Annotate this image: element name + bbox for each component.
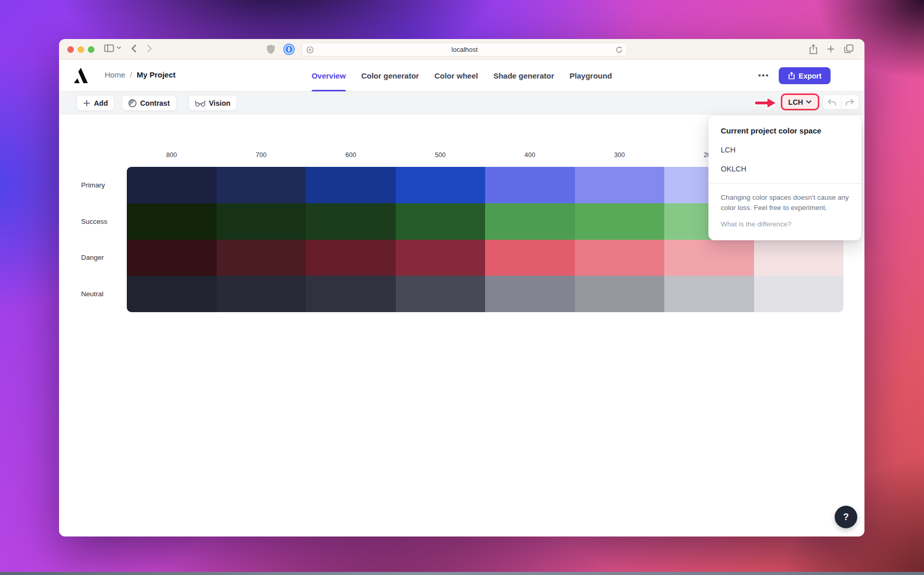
palette-cell-danger-200[interactable] [664, 240, 754, 276]
palette-cell-success-400[interactable] [485, 203, 575, 240]
contrast-label: Contrast [140, 99, 170, 107]
privacy-shield-icon[interactable] [267, 45, 275, 54]
tab-overview[interactable]: Overview [312, 60, 346, 91]
palette-cell-neutral-200[interactable] [664, 276, 754, 312]
palette-cell-success-700[interactable] [217, 203, 306, 240]
chevron-down-icon [806, 100, 812, 104]
undo-button[interactable] [823, 95, 841, 109]
row-label-danger: Danger [81, 240, 107, 276]
export-button[interactable]: Export [779, 67, 831, 84]
palette-cell-neutral-800[interactable] [127, 276, 217, 312]
dropdown-options: LCHOKLCH [721, 146, 849, 173]
back-button-icon[interactable] [131, 44, 137, 53]
reload-icon[interactable] [615, 46, 623, 53]
palette-cell-danger-800[interactable] [127, 240, 217, 276]
vision-button[interactable]: Vision [188, 95, 237, 111]
zoom-window-button[interactable] [88, 46, 94, 53]
palette-cell-neutral-100[interactable] [754, 276, 844, 312]
browser-chrome: localhost [59, 39, 864, 60]
palette-cell-danger-400[interactable] [485, 240, 575, 276]
palette-cell-primary-300[interactable] [575, 167, 665, 203]
palette-cell-primary-600[interactable] [306, 167, 396, 203]
column-header-700: 700 [217, 151, 306, 159]
palette-cell-success-500[interactable] [396, 203, 486, 240]
palette-cell-neutral-400[interactable] [485, 276, 575, 312]
palette-cell-primary-700[interactable] [217, 167, 306, 203]
color-space-value: LCH [788, 98, 803, 106]
tab-color-generator[interactable]: Color generator [361, 60, 419, 91]
row-label-neutral: Neutral [81, 276, 107, 312]
palette-cell-neutral-300[interactable] [575, 276, 665, 312]
palette-cell-danger-300[interactable] [575, 240, 665, 276]
palette-cell-primary-500[interactable] [396, 167, 486, 203]
palette-cell-danger-700[interactable] [217, 240, 306, 276]
color-space-dropdown-button[interactable]: LCH [781, 93, 819, 110]
share-icon[interactable] [809, 44, 818, 54]
color-space-dropdown-panel: Current project color space LCHOKLCH Cha… [708, 116, 861, 240]
main-nav: OverviewColor generatorColor wheelShade … [59, 60, 864, 91]
new-tab-icon[interactable] [827, 45, 835, 53]
dropdown-title: Current project color space [721, 126, 849, 135]
palette-row-labels: PrimarySuccessDangerNeutral [81, 167, 107, 312]
row-label-success: Success [81, 203, 107, 240]
app-header: Home / My Project OverviewColor generato… [59, 60, 864, 91]
chevron-down-icon[interactable] [117, 46, 121, 49]
annotation-arrow-icon [753, 95, 779, 110]
onepassword-extension-icon[interactable] [283, 43, 295, 55]
toolbar: Add Contrast Vision LCH [59, 91, 864, 114]
palette-cell-success-300[interactable] [575, 203, 665, 240]
tab-overview-icon[interactable] [844, 44, 854, 53]
dropdown-difference-link[interactable]: What is the difference? [721, 220, 849, 228]
palette-cell-neutral-500[interactable] [396, 276, 486, 312]
tab-color-wheel[interactable]: Color wheel [434, 60, 478, 91]
forward-button-icon[interactable] [147, 44, 152, 53]
tab-playground[interactable]: Playground [570, 60, 612, 91]
row-label-primary: Primary [81, 167, 107, 203]
browser-window: localhost [59, 39, 864, 536]
palette-cell-danger-100[interactable] [754, 240, 844, 276]
palette-cell-primary-800[interactable] [127, 167, 217, 203]
minimize-window-button[interactable] [78, 46, 84, 53]
tab-shade-generator[interactable]: Shade generator [493, 60, 554, 91]
help-button[interactable]: ? [835, 506, 857, 528]
palette-cell-danger-500[interactable] [396, 240, 486, 276]
add-color-button[interactable]: Add [76, 95, 114, 111]
palette-cell-neutral-700[interactable] [217, 276, 306, 312]
palette-cell-success-600[interactable] [306, 203, 396, 240]
dropdown-option-lch[interactable]: LCH [721, 146, 849, 154]
site-settings-icon[interactable] [306, 46, 314, 53]
dropdown-option-oklch[interactable]: OKLCH [721, 165, 849, 173]
palette-cell-neutral-600[interactable] [306, 276, 396, 312]
contrast-button[interactable]: Contrast [122, 95, 177, 111]
help-label: ? [843, 512, 849, 523]
redo-button[interactable] [841, 95, 859, 109]
sidebar-toggle-icon[interactable] [104, 44, 114, 52]
undo-redo-group [822, 94, 859, 110]
column-header-400: 400 [485, 151, 575, 159]
palette-cell-success-800[interactable] [127, 203, 217, 240]
column-header-300: 300 [575, 151, 665, 159]
column-header-600: 600 [306, 151, 396, 159]
glasses-icon [195, 100, 205, 107]
more-menu-button[interactable]: ••• [758, 71, 769, 80]
close-window-button[interactable] [67, 46, 74, 53]
export-label: Export [799, 72, 821, 80]
contrast-icon [128, 99, 137, 107]
address-bar[interactable]: localhost [302, 43, 627, 56]
vision-label: Vision [209, 99, 230, 107]
add-label: Add [94, 99, 108, 107]
bottom-strip [0, 572, 924, 575]
url-text: localhost [451, 46, 477, 53]
dropdown-note: Changing color spaces doesn't cause any … [721, 193, 849, 214]
column-header-800: 800 [127, 151, 217, 159]
plus-icon [83, 100, 90, 107]
export-share-icon [788, 72, 795, 80]
palette-cell-danger-600[interactable] [306, 240, 396, 276]
dropdown-divider [708, 183, 861, 184]
column-header-500: 500 [396, 151, 486, 159]
palette-cell-primary-400[interactable] [485, 167, 575, 203]
